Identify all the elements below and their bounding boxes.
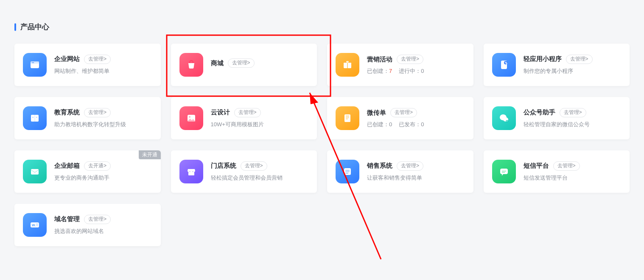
list-icon <box>336 160 359 183</box>
domain-icon <box>23 213 47 237</box>
manage-button[interactable]: 去管理> <box>390 108 417 117</box>
card-body: 微传单去管理>已创建：0已发布：0 <box>367 108 465 128</box>
card-title: 门店系统 <box>211 162 236 170</box>
window-icon <box>23 53 47 77</box>
manage-button[interactable]: 去管理> <box>84 215 111 224</box>
product-card[interactable]: 轻应用小程序去管理>制作您的专属小程序 <box>484 44 630 86</box>
card-description: 制作您的专属小程序 <box>524 67 622 75</box>
card-body: 云设计去管理>10W+可商用模板图片 <box>211 108 309 128</box>
card-body: 教育系统去管理>助力教培机构数字化转型升级 <box>54 108 152 128</box>
stat-created: 已创建：7 <box>367 67 392 75</box>
manage-button[interactable]: 去管理> <box>234 108 261 117</box>
stat-active: 已发布：0 <box>399 121 424 128</box>
manage-button[interactable]: 去管理> <box>553 161 580 171</box>
title-accent-bar <box>14 23 16 31</box>
product-card[interactable]: 短信平台去管理>短信发送管理平台 <box>484 150 630 193</box>
mail-icon <box>23 160 47 183</box>
card-title: 短信平台 <box>524 162 549 170</box>
card-title: 公众号助手 <box>524 108 555 116</box>
manage-button[interactable]: 去管理> <box>84 108 111 117</box>
product-card[interactable]: 企业邮箱去开通>更专业的商务沟通助手未开通 <box>14 150 161 193</box>
card-body: 商城去管理> <box>211 58 309 71</box>
card-body: 门店系统去管理>轻松搞定会员管理和会员营销 <box>211 161 309 182</box>
wechat-icon <box>492 106 516 130</box>
manage-button[interactable]: 去管理> <box>566 55 593 64</box>
card-body: 轻应用小程序去管理>制作您的专属小程序 <box>524 55 622 75</box>
manage-button[interactable]: 去管理> <box>241 161 267 171</box>
store-icon <box>179 160 203 183</box>
sms-icon <box>492 160 516 183</box>
card-title: 企业网站 <box>54 55 80 63</box>
card-title: 营销活动 <box>367 55 392 64</box>
manage-button[interactable]: 去管理> <box>397 55 423 64</box>
miniapp-icon <box>492 53 516 77</box>
product-card[interactable]: 教育系统去管理>助力教培机构数字化转型升级 <box>14 97 161 139</box>
card-body: 企业邮箱去开通>更专业的商务沟通助手 <box>54 161 152 182</box>
manage-button[interactable]: 去管理> <box>228 58 255 68</box>
card-description: 挑选喜欢的网站域名 <box>54 227 152 235</box>
manage-button[interactable]: 去管理> <box>397 161 423 171</box>
card-title: 商城 <box>211 59 224 67</box>
product-card[interactable]: 门店系统去管理>轻松搞定会员管理和会员营销 <box>171 150 317 193</box>
card-title: 微传单 <box>367 109 386 117</box>
card-description: 轻松管理自家的微信公众号 <box>524 121 622 128</box>
card-description: 助力教培机构数字化转型升级 <box>54 121 152 128</box>
product-card[interactable]: 企业网站去管理>网站制作、维护都简单 <box>14 44 161 86</box>
product-card[interactable]: 公众号助手去管理>轻松管理自家的微信公众号 <box>484 97 630 139</box>
card-stats: 已创建：7进行中：0 <box>367 67 465 75</box>
shopping-bag-icon <box>179 53 203 77</box>
book-icon <box>23 106 47 130</box>
card-body: 域名管理去管理>挑选喜欢的网站域名 <box>54 215 152 235</box>
card-title: 云设计 <box>211 108 230 116</box>
card-title: 教育系统 <box>54 108 80 116</box>
product-card[interactable]: 域名管理去管理>挑选喜欢的网站域名 <box>14 204 161 246</box>
product-card[interactable]: 营销活动去管理>已创建：7进行中：0 <box>327 44 473 86</box>
card-description: 10W+可商用模板图片 <box>211 121 309 128</box>
card-body: 短信平台去管理>短信发送管理平台 <box>524 161 622 182</box>
card-description: 短信发送管理平台 <box>524 174 622 182</box>
card-title: 企业邮箱 <box>54 162 80 170</box>
card-description: 更专业的商务沟通助手 <box>54 174 152 182</box>
card-title: 轻应用小程序 <box>524 55 562 63</box>
product-card[interactable]: 商城去管理> <box>171 44 317 86</box>
card-body: 公众号助手去管理>轻松管理自家的微信公众号 <box>524 108 622 128</box>
image-icon <box>179 106 203 130</box>
product-card[interactable]: 云设计去管理>10W+可商用模板图片 <box>171 97 317 139</box>
card-description: 网站制作、维护都简单 <box>54 67 152 75</box>
card-description: 让获客和销售变得简单 <box>367 174 465 182</box>
stat-active: 进行中：0 <box>399 67 424 75</box>
section-title: 产品中心 <box>14 22 630 32</box>
product-card[interactable]: 销售系统去管理>让获客和销售变得简单 <box>327 150 473 193</box>
card-title: 域名管理 <box>54 215 80 223</box>
section-title-text: 产品中心 <box>20 22 49 32</box>
gift-icon <box>336 53 359 77</box>
product-grid: 企业网站去管理>网站制作、维护都简单商城去管理>营销活动去管理>已创建：7进行中… <box>14 44 630 246</box>
product-card[interactable]: 微传单去管理>已创建：0已发布：0 <box>327 97 473 139</box>
status-badge: 未开通 <box>139 150 161 159</box>
stat-created: 已创建：0 <box>367 121 392 128</box>
manage-button[interactable]: 去管理> <box>560 108 586 117</box>
card-body: 企业网站去管理>网站制作、维护都简单 <box>54 55 152 75</box>
flyer-icon <box>336 106 359 130</box>
card-body: 销售系统去管理>让获客和销售变得简单 <box>367 161 465 182</box>
manage-button[interactable]: 去开通> <box>84 161 111 171</box>
card-stats: 已创建：0已发布：0 <box>367 121 465 128</box>
card-title: 销售系统 <box>367 162 392 170</box>
manage-button[interactable]: 去管理> <box>84 55 111 64</box>
card-description: 轻松搞定会员管理和会员营销 <box>211 174 309 182</box>
card-body: 营销活动去管理>已创建：7进行中：0 <box>367 55 465 75</box>
